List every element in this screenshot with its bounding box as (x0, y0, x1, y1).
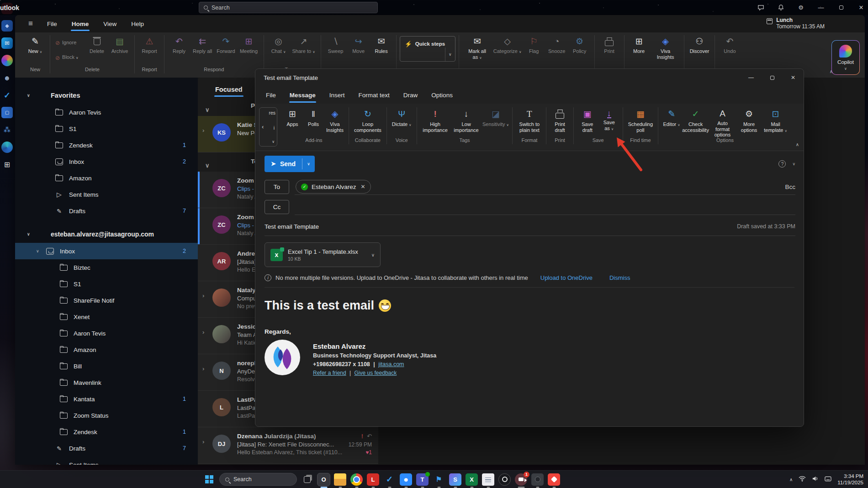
ribbon-button[interactable]: ↪ Move (347, 35, 370, 65)
start-button[interactable] (203, 473, 215, 486)
compose-ribbon-button[interactable]: ⊡ Mail template (762, 107, 789, 136)
compose-ribbon-button[interactable]: ◪ Sensitivity (482, 107, 509, 136)
menu-item[interactable]: Help (124, 15, 151, 32)
recipient-chip[interactable]: ✓ Esteban Alvarez ✕ (296, 180, 371, 194)
hamburger-menu-icon[interactable]: ≡ (21, 19, 40, 28)
attachment-card[interactable]: x Excel Tip 1 - Template.xlsx 10 KB ∨ (265, 242, 381, 267)
tab-focused[interactable]: Focused (215, 86, 243, 97)
ribbon-button[interactable]: ⇇ Reply all (191, 35, 214, 65)
ribbon-button[interactable]: ↶ Reply (168, 35, 191, 65)
taskbar-app-icon[interactable]: X (466, 473, 478, 486)
dismiss-link[interactable]: Dismiss (609, 274, 630, 281)
ribbon-button[interactable]: ⊘ Ignore (53, 35, 85, 50)
folder-row[interactable]: Kantata 1 (15, 391, 198, 407)
folder-row[interactable]: ShareFile Notif (15, 292, 198, 309)
compose-maximize-button[interactable] (762, 69, 783, 86)
folder-row[interactable]: Mavenlink (15, 374, 198, 391)
folder-row[interactable]: Zoom Status (15, 407, 198, 424)
compose-tab[interactable]: Message (284, 86, 322, 104)
folder-row[interactable]: Aaron Tevis (15, 325, 198, 341)
ribbon-button[interactable]: ⊞ Meeting (238, 35, 260, 65)
folder-row[interactable]: S1 (15, 121, 198, 137)
taskbar-app-icon[interactable]: ☻ (400, 473, 412, 486)
ribbon-button[interactable]: ↶ Undo (718, 35, 741, 65)
desktop-shortcut-icon[interactable]: ✉ (1, 37, 13, 49)
compose-ribbon-button[interactable]: ▣ Save draft (577, 107, 598, 136)
upload-to-onedrive-link[interactable]: Upload to OneDrive (540, 274, 593, 281)
compose-tab[interactable]: Format text (353, 86, 396, 104)
cc-button[interactable]: Cc (265, 200, 289, 214)
ribbon-button[interactable]: Delete (85, 35, 108, 65)
taskbar-clock[interactable]: 3:34 PM 11/19/2025 (837, 473, 863, 486)
folder-row[interactable]: Amazon (15, 170, 198, 186)
notifications-bell-icon[interactable] (777, 4, 785, 12)
ribbon-button[interactable]: ⚠ Report (138, 35, 161, 65)
compose-ribbon-button[interactable]: ◈ Viva Insights (324, 107, 346, 136)
taskbar-search[interactable]: Search (219, 473, 297, 486)
folder-row[interactable]: Biztec (15, 259, 198, 276)
compose-tab[interactable]: File (260, 86, 282, 104)
taskbar-app-icon[interactable]: ✓ (383, 473, 396, 486)
remove-recipient-icon[interactable]: ✕ (361, 184, 365, 190)
taskbar-app-icon[interactable] (531, 473, 544, 486)
tray-chevron-icon[interactable]: ∧ (789, 477, 793, 482)
taskbar-app-icon[interactable]: O (318, 473, 330, 486)
settings-gear-icon[interactable]: ⚙ (797, 4, 805, 12)
calendar-reminder[interactable]: Lunch Tomorrow 11:35 AM (767, 17, 825, 30)
to-button[interactable]: To (265, 180, 289, 194)
touch-keyboard-icon[interactable] (825, 475, 831, 483)
ribbon-button[interactable]: ◇ Categorize (492, 35, 523, 65)
ribbon-button[interactable]: ✉ Rules (370, 35, 393, 65)
ribbon-button[interactable]: ↗ Share to (290, 35, 318, 65)
menu-item[interactable]: Home (64, 15, 96, 32)
ribbon-button[interactable]: ↷ Forward (214, 35, 237, 65)
maximize-button[interactable] (837, 4, 845, 12)
email-body[interactable]: This is a test email Regards, Esteban Al… (255, 288, 804, 376)
folder-row[interactable]: ∨ esteban.alvarez@jitasagroup.com (15, 226, 198, 243)
compose-ribbon-button[interactable]: ↓ Save as (598, 107, 620, 136)
compose-ribbon-button[interactable]: T Switch to plain text (515, 107, 543, 136)
menu-item[interactable]: File (40, 15, 64, 32)
ribbon-button[interactable]: Print (598, 35, 621, 65)
folder-row[interactable]: Bill (15, 358, 198, 374)
send-button[interactable]: ➤Send ∨ (265, 156, 315, 172)
taskbar-app-icon[interactable]: S (449, 473, 461, 486)
give-us-feedback-link[interactable]: Give us feedback (355, 370, 397, 376)
refer-a-friend-link[interactable]: Refer a friend (313, 370, 346, 376)
compose-close-button[interactable]: ✕ (783, 69, 804, 86)
ribbon-button[interactable]: ◈ Viva Insights (651, 35, 681, 65)
taskbar-app-icon[interactable] (301, 473, 313, 486)
attachment-options-chevron[interactable]: ∨ (371, 252, 375, 257)
ribbon-button[interactable]: ◔ Snooze (545, 35, 568, 65)
desktop-shortcut-icon[interactable] (1, 142, 13, 153)
desktop-shortcut-icon[interactable]: ⊞ (1, 159, 13, 170)
folder-row[interactable]: Xenet (15, 309, 198, 325)
ribbon-button[interactable]: ∖ Sweep (324, 35, 347, 65)
folder-row[interactable]: Zendesk 1 (15, 137, 198, 153)
taskbar-app-icon[interactable]: 1 (515, 473, 527, 486)
compose-ribbon-button[interactable]: Print draft (549, 107, 570, 136)
desktop-shortcut-icon[interactable]: ✓ (1, 89, 13, 101)
folder-row[interactable]: Drafts 7 (15, 203, 198, 219)
compose-tab[interactable]: Insert (323, 86, 351, 104)
folder-row[interactable]: Aaron Tevis (15, 104, 198, 121)
copilot-button[interactable]: Copilot ∨ (831, 40, 860, 75)
ribbon-button[interactable]: ⚐ Flag (523, 35, 545, 65)
message-list-row[interactable]: › DJ Dzenana Julardzija (Jitasa) ! ↶ [Ji… (198, 427, 378, 464)
volume-icon[interactable] (812, 475, 819, 483)
compose-ribbon-button[interactable]: A Auto format options (709, 107, 736, 136)
taskbar-app-icon[interactable] (548, 473, 560, 486)
subject-input[interactable]: Test email Template (265, 223, 319, 230)
minimize-button[interactable]: — (817, 4, 825, 12)
compose-ribbon-button[interactable]: ⚙ More options (736, 107, 762, 136)
folder-row[interactable]: ∨ Favorites (15, 87, 198, 104)
bcc-button[interactable]: Bcc (785, 184, 795, 190)
compose-ribbon-button[interactable]: ↻ Loop components (352, 107, 384, 136)
close-button[interactable]: ✕ (857, 4, 865, 12)
folder-row[interactable]: Amazon (15, 341, 198, 358)
compose-ribbon-button[interactable]: Ψ Dictate (390, 107, 414, 136)
desktop-shortcut-icon[interactable]: ◆ (1, 20, 13, 31)
taskbar-app-icon[interactable]: T (416, 473, 429, 486)
ribbon-button[interactable]: ⊞ More (628, 35, 651, 65)
help-icon[interactable]: ? (778, 160, 786, 168)
